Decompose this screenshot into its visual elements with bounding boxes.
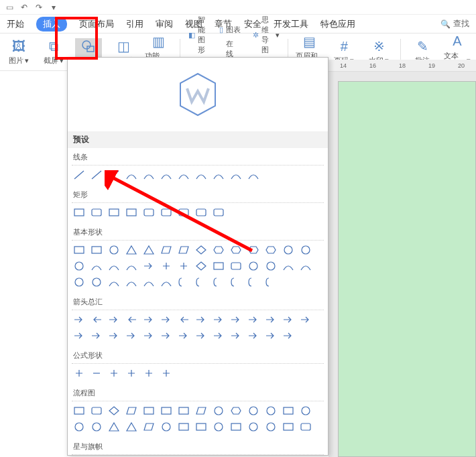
basics-shape-26[interactable] [281, 259, 296, 273]
basics-shape-23[interactable] [229, 259, 243, 273]
save-icon[interactable]: ▭ [4, 2, 15, 13]
flowcharts-shape-8[interactable] [211, 404, 226, 417]
formulas-shape-3[interactable] [124, 367, 139, 380]
basics-shape-33[interactable] [159, 275, 174, 289]
rects-shape-3[interactable] [124, 206, 139, 219]
flowcharts-shape-17[interactable] [124, 420, 139, 434]
formulas-shape-4[interactable] [141, 367, 156, 380]
flowcharts-shape-20[interactable] [176, 420, 191, 434]
flowcharts-shape-0[interactable] [72, 404, 86, 417]
arrows-shape-17[interactable] [124, 329, 139, 342]
basics-shape-10[interactable] [246, 243, 261, 257]
arrows-shape-6[interactable] [176, 313, 191, 326]
basics-shape-35[interactable] [194, 275, 209, 289]
lines-shape-8[interactable] [211, 168, 226, 182]
lines-shape-1[interactable] [89, 168, 104, 182]
basics-shape-1[interactable] [89, 243, 104, 257]
flowcharts-shape-26[interactable] [281, 420, 296, 434]
flowcharts-shape-13[interactable] [298, 404, 313, 417]
rects-shape-0[interactable] [72, 206, 86, 219]
arrows-shape-5[interactable] [159, 313, 174, 326]
arrows-shape-15[interactable] [89, 329, 104, 342]
arrows-shape-10[interactable] [246, 313, 261, 326]
basics-shape-9[interactable] [229, 243, 243, 257]
arrows-shape-13[interactable] [298, 313, 313, 326]
rects-shape-8[interactable] [211, 206, 226, 219]
chart-button[interactable]: ▯图表 [219, 25, 245, 35]
arrows-shape-2[interactable] [107, 313, 121, 326]
basics-shape-20[interactable] [176, 259, 191, 273]
basics-shape-11[interactable] [263, 243, 278, 257]
flowcharts-shape-19[interactable] [159, 420, 174, 434]
flowcharts-shape-18[interactable] [141, 420, 156, 434]
arrows-shape-24[interactable] [246, 329, 261, 342]
arrows-shape-22[interactable] [211, 329, 226, 342]
formulas-shape-5[interactable] [159, 367, 174, 380]
rects-shape-2[interactable] [107, 206, 121, 219]
basics-shape-8[interactable] [211, 243, 226, 257]
basics-shape-31[interactable] [124, 275, 139, 289]
basics-shape-3[interactable] [124, 243, 139, 257]
flowcharts-shape-16[interactable] [107, 420, 121, 434]
flowcharts-shape-7[interactable] [194, 404, 209, 417]
arrows-shape-4[interactable] [141, 313, 156, 326]
basics-shape-16[interactable] [107, 259, 121, 273]
basics-shape-38[interactable] [246, 275, 261, 289]
search-button[interactable]: 🔍 查找 [440, 18, 469, 29]
flowcharts-shape-3[interactable] [124, 404, 139, 417]
basics-shape-27[interactable] [298, 259, 313, 273]
undo-icon[interactable]: ↶ [19, 2, 29, 13]
flowcharts-shape-21[interactable] [194, 420, 209, 434]
basics-shape-15[interactable] [89, 259, 104, 273]
basics-shape-30[interactable] [107, 275, 121, 289]
formulas-shape-2[interactable] [107, 367, 121, 380]
more-icon[interactable]: ▾ [48, 2, 59, 13]
lines-shape-4[interactable] [141, 168, 156, 182]
lines-shape-3[interactable] [124, 168, 139, 182]
basics-shape-0[interactable] [72, 243, 86, 257]
tab-layout[interactable]: 页面布局 [79, 18, 114, 30]
mindmap-button[interactable]: ✲思维导图▾ [253, 15, 280, 55]
basics-shape-7[interactable] [194, 243, 209, 257]
lines-shape-5[interactable] [159, 168, 174, 182]
flowcharts-shape-14[interactable] [72, 420, 86, 434]
basics-shape-12[interactable] [281, 243, 296, 257]
rects-shape-7[interactable] [194, 206, 209, 219]
tab-ref[interactable]: 引用 [126, 18, 143, 30]
basics-shape-36[interactable] [211, 275, 226, 289]
flowcharts-shape-27[interactable] [298, 420, 313, 434]
basics-shape-34[interactable] [176, 275, 191, 289]
basics-shape-6[interactable] [176, 243, 191, 257]
tab-review[interactable]: 审阅 [156, 18, 173, 30]
basics-shape-37[interactable] [229, 275, 243, 289]
flowcharts-shape-22[interactable] [211, 420, 226, 434]
lines-shape-6[interactable] [176, 168, 191, 182]
basics-shape-5[interactable] [159, 243, 174, 257]
formulas-shape-0[interactable] [72, 367, 86, 380]
basics-shape-24[interactable] [246, 259, 261, 273]
basics-shape-19[interactable] [159, 259, 174, 273]
formulas-shape-1[interactable] [89, 367, 104, 380]
flowcharts-shape-4[interactable] [141, 404, 156, 417]
basics-shape-4[interactable] [141, 243, 156, 257]
basics-shape-39[interactable] [263, 275, 278, 289]
flowcharts-shape-15[interactable] [89, 420, 104, 434]
arrows-shape-23[interactable] [229, 329, 243, 342]
arrows-shape-26[interactable] [281, 329, 296, 342]
arrows-shape-20[interactable] [176, 329, 191, 342]
flowcharts-shape-9[interactable] [229, 404, 243, 417]
redo-icon[interactable]: ↷ [34, 2, 44, 13]
lines-shape-9[interactable] [229, 168, 243, 182]
arrows-shape-8[interactable] [211, 313, 226, 326]
arrows-shape-11[interactable] [263, 313, 278, 326]
arrows-shape-0[interactable] [72, 313, 86, 326]
flowcharts-shape-10[interactable] [246, 404, 261, 417]
tab-start[interactable]: 开始 [7, 18, 24, 30]
arrows-shape-14[interactable] [72, 329, 86, 342]
basics-shape-29[interactable] [89, 275, 104, 289]
picture-button[interactable]: 🖼 图片▾ [5, 38, 32, 66]
basics-shape-13[interactable] [298, 243, 313, 257]
arrows-shape-3[interactable] [124, 313, 139, 326]
rects-shape-1[interactable] [89, 206, 104, 219]
arrows-shape-7[interactable] [194, 313, 209, 326]
